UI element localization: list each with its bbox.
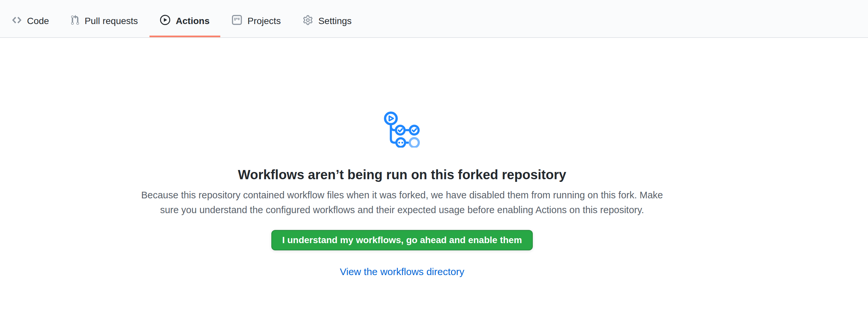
tab-settings[interactable]: Settings bbox=[292, 5, 362, 37]
tab-actions-label: Actions bbox=[176, 16, 210, 26]
actions-blankslate: Workflows aren’t being run on this forke… bbox=[0, 38, 868, 278]
tab-code-label: Code bbox=[27, 16, 49, 26]
view-workflows-directory-link[interactable]: View the workflows directory bbox=[340, 266, 464, 277]
tab-pull-requests-label: Pull requests bbox=[85, 16, 138, 26]
code-icon bbox=[12, 15, 22, 25]
git-pull-request-icon bbox=[71, 15, 79, 25]
page-title: Workflows aren’t being run on this forke… bbox=[0, 167, 804, 183]
repo-tab-bar: Code Pull requests Actions Projects bbox=[0, 0, 868, 38]
enable-workflows-button[interactable]: I understand my workflows, go ahead and … bbox=[271, 230, 533, 250]
tab-projects-label: Projects bbox=[248, 16, 281, 26]
blankslate-description: Because this repository contained workfl… bbox=[129, 188, 675, 217]
tab-settings-label: Settings bbox=[318, 16, 352, 26]
gear-icon bbox=[303, 15, 313, 25]
project-icon bbox=[232, 15, 242, 25]
play-icon bbox=[160, 15, 170, 25]
tab-code[interactable]: Code bbox=[2, 5, 60, 37]
tab-pull-requests[interactable]: Pull requests bbox=[61, 5, 149, 37]
tab-actions[interactable]: Actions bbox=[150, 5, 220, 37]
tab-projects[interactable]: Projects bbox=[221, 5, 291, 37]
workflow-graph-icon bbox=[384, 111, 420, 148]
